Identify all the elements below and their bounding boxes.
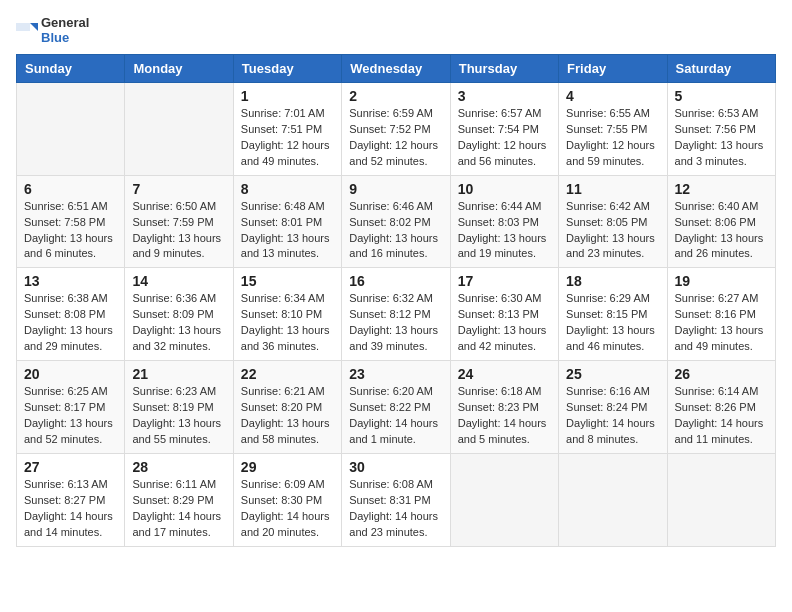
day-info: Sunrise: 6:44 AM Sunset: 8:03 PM Dayligh…: [458, 199, 551, 263]
calendar-cell: 24Sunrise: 6:18 AM Sunset: 8:23 PM Dayli…: [450, 361, 558, 454]
day-number: 26: [675, 366, 768, 382]
day-info: Sunrise: 6:27 AM Sunset: 8:16 PM Dayligh…: [675, 291, 768, 355]
calendar-cell: [667, 453, 775, 546]
day-info: Sunrise: 6:36 AM Sunset: 8:09 PM Dayligh…: [132, 291, 225, 355]
day-number: 25: [566, 366, 659, 382]
day-number: 1: [241, 88, 334, 104]
day-number: 3: [458, 88, 551, 104]
weekday-tuesday: Tuesday: [233, 54, 341, 82]
day-info: Sunrise: 6:38 AM Sunset: 8:08 PM Dayligh…: [24, 291, 117, 355]
day-number: 19: [675, 273, 768, 289]
calendar-cell: 16Sunrise: 6:32 AM Sunset: 8:12 PM Dayli…: [342, 268, 450, 361]
day-info: Sunrise: 6:16 AM Sunset: 8:24 PM Dayligh…: [566, 384, 659, 448]
day-info: Sunrise: 6:55 AM Sunset: 7:55 PM Dayligh…: [566, 106, 659, 170]
day-info: Sunrise: 6:57 AM Sunset: 7:54 PM Dayligh…: [458, 106, 551, 170]
calendar-cell: [17, 82, 125, 175]
calendar-cell: 26Sunrise: 6:14 AM Sunset: 8:26 PM Dayli…: [667, 361, 775, 454]
day-info: Sunrise: 6:32 AM Sunset: 8:12 PM Dayligh…: [349, 291, 442, 355]
calendar-cell: 18Sunrise: 6:29 AM Sunset: 8:15 PM Dayli…: [559, 268, 667, 361]
day-number: 23: [349, 366, 442, 382]
calendar-cell: 15Sunrise: 6:34 AM Sunset: 8:10 PM Dayli…: [233, 268, 341, 361]
logo-general: General: [41, 16, 89, 31]
calendar-cell: 28Sunrise: 6:11 AM Sunset: 8:29 PM Dayli…: [125, 453, 233, 546]
calendar-cell: 3Sunrise: 6:57 AM Sunset: 7:54 PM Daylig…: [450, 82, 558, 175]
day-number: 6: [24, 181, 117, 197]
day-number: 21: [132, 366, 225, 382]
day-number: 7: [132, 181, 225, 197]
day-info: Sunrise: 6:48 AM Sunset: 8:01 PM Dayligh…: [241, 199, 334, 263]
calendar-cell: 17Sunrise: 6:30 AM Sunset: 8:13 PM Dayli…: [450, 268, 558, 361]
day-number: 12: [675, 181, 768, 197]
calendar-cell: 11Sunrise: 6:42 AM Sunset: 8:05 PM Dayli…: [559, 175, 667, 268]
logo: General Blue: [16, 16, 89, 46]
day-number: 11: [566, 181, 659, 197]
day-info: Sunrise: 6:18 AM Sunset: 8:23 PM Dayligh…: [458, 384, 551, 448]
day-number: 28: [132, 459, 225, 475]
calendar-cell: 21Sunrise: 6:23 AM Sunset: 8:19 PM Dayli…: [125, 361, 233, 454]
day-number: 10: [458, 181, 551, 197]
day-number: 30: [349, 459, 442, 475]
weekday-thursday: Thursday: [450, 54, 558, 82]
day-number: 13: [24, 273, 117, 289]
week-row-2: 6Sunrise: 6:51 AM Sunset: 7:58 PM Daylig…: [17, 175, 776, 268]
calendar-cell: 19Sunrise: 6:27 AM Sunset: 8:16 PM Dayli…: [667, 268, 775, 361]
logo-blue: Blue: [41, 31, 89, 46]
day-info: Sunrise: 6:09 AM Sunset: 8:30 PM Dayligh…: [241, 477, 334, 541]
day-info: Sunrise: 6:46 AM Sunset: 8:02 PM Dayligh…: [349, 199, 442, 263]
calendar-cell: 2Sunrise: 6:59 AM Sunset: 7:52 PM Daylig…: [342, 82, 450, 175]
calendar-cell: 13Sunrise: 6:38 AM Sunset: 8:08 PM Dayli…: [17, 268, 125, 361]
day-number: 2: [349, 88, 442, 104]
calendar-cell: [125, 82, 233, 175]
calendar-cell: 7Sunrise: 6:50 AM Sunset: 7:59 PM Daylig…: [125, 175, 233, 268]
weekday-monday: Monday: [125, 54, 233, 82]
calendar-cell: 9Sunrise: 6:46 AM Sunset: 8:02 PM Daylig…: [342, 175, 450, 268]
week-row-5: 27Sunrise: 6:13 AM Sunset: 8:27 PM Dayli…: [17, 453, 776, 546]
day-info: Sunrise: 6:14 AM Sunset: 8:26 PM Dayligh…: [675, 384, 768, 448]
day-info: Sunrise: 6:25 AM Sunset: 8:17 PM Dayligh…: [24, 384, 117, 448]
calendar-body: 1Sunrise: 7:01 AM Sunset: 7:51 PM Daylig…: [17, 82, 776, 546]
page-header: General Blue: [16, 16, 776, 46]
calendar-cell: 8Sunrise: 6:48 AM Sunset: 8:01 PM Daylig…: [233, 175, 341, 268]
week-row-3: 13Sunrise: 6:38 AM Sunset: 8:08 PM Dayli…: [17, 268, 776, 361]
calendar-cell: 12Sunrise: 6:40 AM Sunset: 8:06 PM Dayli…: [667, 175, 775, 268]
calendar-cell: 29Sunrise: 6:09 AM Sunset: 8:30 PM Dayli…: [233, 453, 341, 546]
day-info: Sunrise: 6:42 AM Sunset: 8:05 PM Dayligh…: [566, 199, 659, 263]
day-number: 16: [349, 273, 442, 289]
day-number: 22: [241, 366, 334, 382]
calendar-cell: 20Sunrise: 6:25 AM Sunset: 8:17 PM Dayli…: [17, 361, 125, 454]
day-info: Sunrise: 6:29 AM Sunset: 8:15 PM Dayligh…: [566, 291, 659, 355]
day-info: Sunrise: 6:40 AM Sunset: 8:06 PM Dayligh…: [675, 199, 768, 263]
weekday-sunday: Sunday: [17, 54, 125, 82]
calendar-cell: 5Sunrise: 6:53 AM Sunset: 7:56 PM Daylig…: [667, 82, 775, 175]
week-row-1: 1Sunrise: 7:01 AM Sunset: 7:51 PM Daylig…: [17, 82, 776, 175]
day-number: 24: [458, 366, 551, 382]
day-info: Sunrise: 6:59 AM Sunset: 7:52 PM Dayligh…: [349, 106, 442, 170]
calendar-cell: 25Sunrise: 6:16 AM Sunset: 8:24 PM Dayli…: [559, 361, 667, 454]
weekday-header-row: SundayMondayTuesdayWednesdayThursdayFrid…: [17, 54, 776, 82]
calendar-cell: 27Sunrise: 6:13 AM Sunset: 8:27 PM Dayli…: [17, 453, 125, 546]
weekday-saturday: Saturday: [667, 54, 775, 82]
calendar-cell: 6Sunrise: 6:51 AM Sunset: 7:58 PM Daylig…: [17, 175, 125, 268]
day-number: 18: [566, 273, 659, 289]
day-info: Sunrise: 6:23 AM Sunset: 8:19 PM Dayligh…: [132, 384, 225, 448]
calendar-cell: [450, 453, 558, 546]
day-info: Sunrise: 6:50 AM Sunset: 7:59 PM Dayligh…: [132, 199, 225, 263]
svg-rect-2: [16, 23, 30, 31]
day-info: Sunrise: 6:34 AM Sunset: 8:10 PM Dayligh…: [241, 291, 334, 355]
calendar-cell: 23Sunrise: 6:20 AM Sunset: 8:22 PM Dayli…: [342, 361, 450, 454]
day-info: Sunrise: 6:30 AM Sunset: 8:13 PM Dayligh…: [458, 291, 551, 355]
day-number: 15: [241, 273, 334, 289]
logo-graphic-icon: [16, 20, 38, 42]
calendar-cell: 22Sunrise: 6:21 AM Sunset: 8:20 PM Dayli…: [233, 361, 341, 454]
day-info: Sunrise: 6:13 AM Sunset: 8:27 PM Dayligh…: [24, 477, 117, 541]
day-number: 9: [349, 181, 442, 197]
calendar-cell: 10Sunrise: 6:44 AM Sunset: 8:03 PM Dayli…: [450, 175, 558, 268]
day-info: Sunrise: 6:53 AM Sunset: 7:56 PM Dayligh…: [675, 106, 768, 170]
day-info: Sunrise: 7:01 AM Sunset: 7:51 PM Dayligh…: [241, 106, 334, 170]
calendar-cell: 14Sunrise: 6:36 AM Sunset: 8:09 PM Dayli…: [125, 268, 233, 361]
day-info: Sunrise: 6:51 AM Sunset: 7:58 PM Dayligh…: [24, 199, 117, 263]
day-number: 4: [566, 88, 659, 104]
day-info: Sunrise: 6:08 AM Sunset: 8:31 PM Dayligh…: [349, 477, 442, 541]
day-number: 29: [241, 459, 334, 475]
day-info: Sunrise: 6:21 AM Sunset: 8:20 PM Dayligh…: [241, 384, 334, 448]
